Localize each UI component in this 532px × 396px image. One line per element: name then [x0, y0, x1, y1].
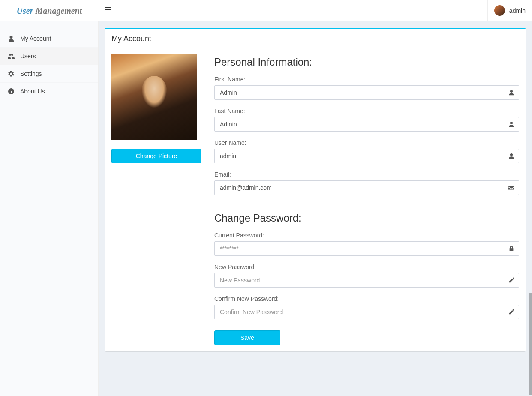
account-box: My Account Change Picture Personal Infor…	[105, 28, 526, 351]
new-password-input[interactable]	[215, 273, 504, 287]
change-password-heading: Change Password:	[214, 212, 519, 224]
email-label: Email:	[214, 171, 519, 178]
content-wrapper: My Account Change Picture Personal Infor…	[99, 0, 532, 396]
top-navbar: admin	[99, 0, 532, 21]
user-icon	[504, 86, 519, 99]
sidebar: My Account Users Settings About Us	[0, 21, 99, 396]
user-menu[interactable]: admin	[487, 0, 532, 21]
first-name-group: First Name:	[214, 76, 519, 100]
current-password-label: Current Password:	[214, 232, 519, 239]
sidebar-item-label: My Account	[20, 35, 51, 42]
user-name-input-group	[214, 149, 519, 163]
gear-icon	[6, 70, 16, 77]
confirm-password-group: Confirm New Password:	[214, 295, 519, 319]
pencil-icon	[504, 273, 519, 287]
email-input-group	[214, 180, 519, 195]
confirm-password-label: Confirm New Password:	[214, 295, 519, 302]
user-name-group: User Name:	[214, 139, 519, 163]
last-name-input[interactable]	[215, 117, 504, 131]
profile-photo	[111, 54, 197, 140]
users-icon	[6, 53, 16, 60]
photo-column: Change Picture	[111, 54, 201, 163]
user-icon	[6, 35, 16, 42]
new-password-label: New Password:	[214, 264, 519, 270]
change-picture-button[interactable]: Change Picture	[111, 149, 201, 163]
sidebar-item-label: Settings	[20, 70, 42, 77]
sidebar-menu: My Account Users Settings About Us	[0, 21, 98, 100]
last-name-input-group	[214, 117, 519, 132]
email-group: Email:	[214, 171, 519, 195]
last-name-label: Last Name:	[214, 108, 519, 114]
first-name-input[interactable]	[215, 86, 504, 99]
first-name-label: First Name:	[214, 76, 519, 83]
confirm-password-input-group	[214, 305, 519, 319]
form-column: Personal Information: First Name: Last N…	[214, 54, 519, 345]
logo-text: User Management	[17, 6, 82, 16]
logo-text-part1: User	[17, 6, 33, 15]
bars-icon	[105, 7, 111, 14]
current-password-group: Current Password:	[214, 232, 519, 256]
username-label: admin	[509, 7, 526, 14]
sidebar-item-settings[interactable]: Settings	[0, 65, 98, 83]
main-header: User Management admin	[0, 0, 532, 21]
current-password-input[interactable]	[215, 242, 504, 255]
sidebar-item-label: About Us	[20, 88, 45, 95]
scrollbar[interactable]	[529, 293, 532, 395]
pencil-icon	[504, 305, 519, 319]
confirm-password-input[interactable]	[215, 305, 504, 319]
current-password-input-group	[214, 241, 519, 256]
content: My Account Change Picture Personal Infor…	[99, 21, 532, 358]
save-button[interactable]: Save	[214, 330, 280, 345]
logo-text-part2: Management	[35, 6, 82, 15]
user-icon	[504, 117, 519, 131]
email-input[interactable]	[215, 181, 504, 195]
box-header: My Account	[105, 29, 526, 48]
sidebar-item-label: Users	[20, 53, 36, 60]
page-title: My Account	[111, 34, 519, 43]
user-name-input[interactable]	[215, 149, 504, 163]
mail-icon	[504, 181, 519, 195]
user-icon	[504, 149, 519, 163]
first-name-input-group	[214, 85, 519, 100]
sidebar-toggle-button[interactable]	[99, 0, 117, 21]
box-body: Change Picture Personal Information: Fir…	[105, 48, 526, 351]
sidebar-item-about-us[interactable]: About Us	[0, 83, 98, 100]
sidebar-item-my-account[interactable]: My Account	[0, 30, 98, 48]
user-name-label: User Name:	[214, 139, 519, 146]
last-name-group: Last Name:	[214, 108, 519, 132]
new-password-group: New Password:	[214, 264, 519, 288]
personal-info-heading: Personal Information:	[214, 56, 519, 68]
avatar	[494, 5, 505, 16]
app-logo[interactable]: User Management	[0, 0, 99, 21]
info-icon	[6, 88, 16, 95]
new-password-input-group	[214, 273, 519, 288]
sidebar-item-users[interactable]: Users	[0, 48, 98, 65]
lock-icon	[504, 242, 519, 255]
